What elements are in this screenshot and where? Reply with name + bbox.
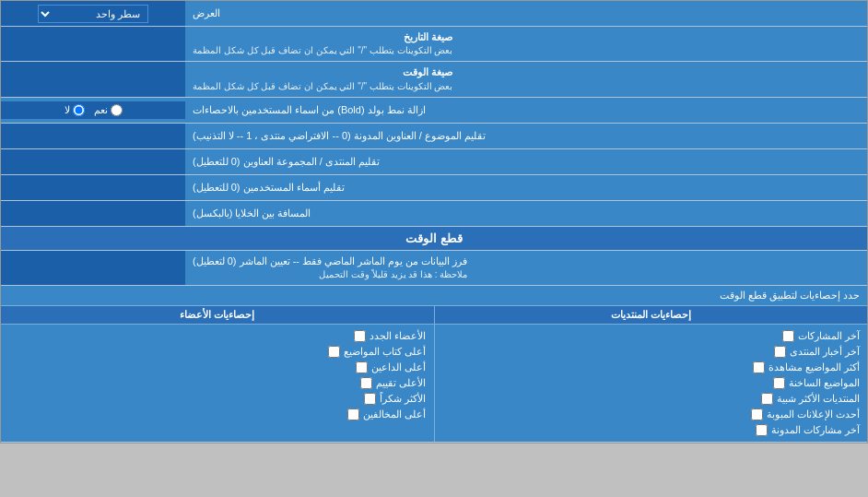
list-item: أحدث الإعلانات المبوبة — [442, 407, 861, 422]
chk-recent-ads-label[interactable]: أحدث الإعلانات المبوبة — [767, 408, 860, 420]
checkboxes-content: آخر المشاركات آخر أخبار المنتدى أكثر الم… — [1, 325, 867, 442]
chk-top-lurkers[interactable] — [347, 408, 359, 420]
col1-header: إحصاءيات المنتديات — [434, 306, 868, 324]
bold-no-label[interactable]: لا — [65, 104, 85, 116]
checkboxes-header: إحصاءيات المنتديات إحصاءيات الأعضاء — [1, 306, 867, 325]
list-item: أعلى كتاب المواضيع — [8, 344, 427, 360]
chk-most-viewed[interactable] — [753, 361, 765, 373]
list-item: المنتديات الأكثر شبية — [442, 391, 861, 407]
forum-trim-input[interactable]: 33 — [6, 155, 180, 168]
chk-new-members-label[interactable]: الأعضاء الجدد — [369, 330, 426, 342]
date-format-input-container: d-m — [1, 27, 185, 61]
bold-yes-label[interactable]: نعم — [94, 104, 123, 116]
chk-similar-forums-label[interactable]: المنتديات الأكثر شبية — [777, 393, 860, 405]
checkboxes-section: حدد إحصاءيات لتطبيق قطع الوقت إحصاءيات ا… — [1, 286, 867, 443]
trimming-label: تقليم الموضوع / العناوين المدونة (0 -- ا… — [185, 124, 867, 148]
chk-most-thanks-label[interactable]: الأكثر شكراً — [380, 393, 426, 405]
time-format-input[interactable]: H:i — [6, 73, 180, 86]
cutoff-sublabel: ملاحظة : هذا قد يزيد قليلاً وقت التحميل — [193, 268, 467, 281]
chk-similar-forums[interactable] — [761, 393, 773, 405]
time-format-label: صيغة الوقت بعض التكوينات يتطلب "/" التي … — [185, 62, 867, 96]
limit-label: حدد إحصاءيات لتطبيق قطع الوقت — [720, 290, 860, 301]
cutoff-section-header: قطع الوقت — [1, 227, 867, 251]
col2-header: إحصاءيات الأعضاء — [1, 306, 434, 324]
list-item: الأعضاء الجدد — [8, 328, 427, 344]
checkboxes-col2: الأعضاء الجدد أعلى كتاب المواضيع أعلى ال… — [1, 325, 434, 442]
cutoff-title: فرز البيانات من يوم الماشر الماضي فقط --… — [193, 254, 467, 268]
forum-trim-input-container: 33 — [1, 149, 185, 174]
date-format-label: صيغة التاريخ بعض التكوينات يتطلب "/" الت… — [185, 27, 867, 61]
spacing-input-container: 2 — [1, 201, 185, 226]
forum-trim-label: تقليم المنتدى / المجموعة العناوين (0 للت… — [185, 149, 867, 174]
time-format-title: صيغة الوقت — [193, 65, 452, 79]
chk-top-rated-label[interactable]: الأعلى تقييم — [376, 377, 426, 389]
username-trim-input-container: 0 — [1, 175, 185, 200]
bold-removal-label: ازالة نمط بولد (Bold) من اسماء المستخدمي… — [185, 100, 867, 121]
bold-no-radio[interactable] — [73, 104, 85, 116]
date-format-sublabel: بعض التكوينات يتطلب "/" التي يمكن ان تضا… — [193, 44, 452, 57]
chk-top-posters-label[interactable]: أعلى كتاب المواضيع — [344, 346, 426, 358]
trimming-input-container: 33 — [1, 124, 185, 148]
username-trim-input[interactable]: 0 — [6, 181, 180, 194]
chk-shares-label[interactable]: آخر المشاركات — [798, 330, 860, 342]
bold-radio-container: نعم لا — [1, 101, 185, 119]
trimming-input[interactable]: 33 — [6, 129, 180, 142]
spacing-label: المسافة بين الخلايا (بالبكسل) — [185, 201, 867, 226]
spacing-text: المسافة بين الخلايا (بالبكسل) — [193, 207, 311, 220]
list-item: المواضيع الساخنة — [442, 375, 861, 391]
chk-top-threads[interactable] — [356, 361, 368, 373]
chk-top-posters[interactable] — [328, 346, 340, 358]
cutoff-input[interactable]: 0 — [6, 261, 180, 274]
header-title: العرض — [193, 6, 220, 20]
chk-forum-news[interactable] — [774, 346, 786, 358]
display-dropdown[interactable]: سطر واحد — [38, 5, 148, 23]
chk-most-thanks[interactable] — [364, 393, 376, 405]
chk-top-lurkers-label[interactable]: أعلى المخالفين — [363, 408, 426, 420]
list-item: آخر أخبار المنتدى — [442, 344, 861, 360]
chk-most-viewed-label[interactable]: أكثر المواضيع مشاهدة — [768, 361, 860, 373]
checkboxes-col1: آخر المشاركات آخر أخبار المنتدى أكثر الم… — [434, 325, 868, 442]
chk-forum-news-label[interactable]: آخر أخبار المنتدى — [790, 346, 860, 358]
forum-trim-text: تقليم المنتدى / المجموعة العناوين (0 للت… — [193, 155, 380, 169]
chk-pinned-shares-label[interactable]: آخر مشاركات المدونة — [771, 424, 860, 436]
list-item: آخر المشاركات — [442, 328, 861, 344]
chk-recent-topics[interactable] — [773, 377, 785, 389]
list-item: أعلى المخالفين — [8, 407, 427, 422]
username-trim-label: تقليم أسماء المستخدمين (0 للتعطيل) — [185, 175, 867, 200]
bold-yes-radio[interactable] — [111, 104, 123, 116]
list-item: الأعلى تقييم — [8, 375, 427, 391]
chk-new-members[interactable] — [354, 330, 366, 342]
date-format-input[interactable]: d-m — [6, 38, 180, 51]
spacing-input[interactable]: 2 — [6, 207, 180, 219]
chk-shares[interactable] — [782, 330, 794, 342]
time-format-input-container: H:i — [1, 62, 185, 96]
date-format-title: صيغة التاريخ — [193, 30, 452, 44]
chk-recent-ads[interactable] — [751, 408, 763, 420]
header-dropdown-container: سطر واحد — [1, 1, 185, 26]
list-item: آخر مشاركات المدونة — [442, 422, 861, 438]
bold-removal-text: ازالة نمط بولد (Bold) من اسماء المستخدمي… — [193, 103, 426, 117]
chk-top-threads-label[interactable]: أعلى الداعين — [371, 361, 426, 373]
display-label: العرض — [185, 1, 867, 26]
chk-top-rated[interactable] — [360, 377, 372, 389]
list-item: أعلى الداعين — [8, 360, 427, 375]
list-item: أكثر المواضيع مشاهدة — [442, 360, 861, 375]
chk-pinned-shares[interactable] — [756, 424, 768, 436]
list-item: الأكثر شكراً — [8, 391, 427, 407]
trimming-text: تقليم الموضوع / العناوين المدونة (0 -- ا… — [193, 129, 486, 143]
time-format-sublabel: بعض التكوينات يتطلب "/" التي يمكن ان تضا… — [193, 80, 452, 93]
cutoff-input-container: 0 — [1, 251, 185, 285]
username-trim-text: تقليم أسماء المستخدمين (0 للتعطيل) — [193, 181, 345, 195]
chk-recent-topics-label[interactable]: المواضيع الساخنة — [789, 377, 860, 389]
cutoff-label: فرز البيانات من يوم الماشر الماضي فقط --… — [185, 251, 867, 285]
